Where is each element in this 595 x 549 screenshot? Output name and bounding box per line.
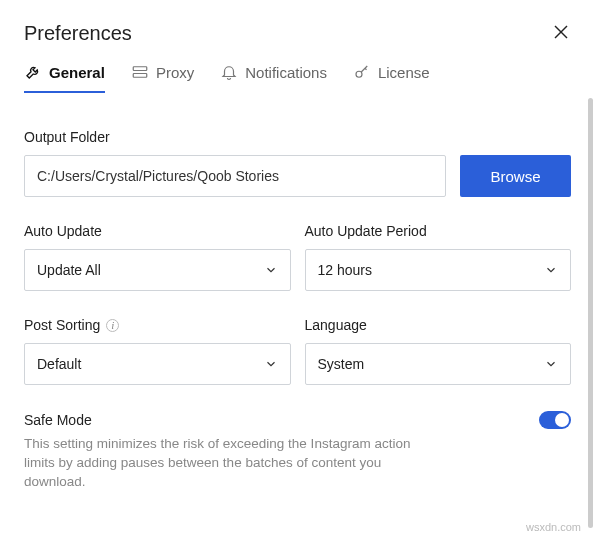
tab-general[interactable]: General [24,63,105,93]
tab-notifications[interactable]: Notifications [220,63,327,93]
proxy-icon [131,63,149,81]
tab-license[interactable]: License [353,63,430,93]
auto-update-label: Auto Update [24,223,291,239]
svg-rect-2 [133,67,147,71]
svg-rect-3 [133,74,147,78]
language-label: Language [305,317,572,333]
auto-update-period-select[interactable]: 12 hours [305,249,572,291]
select-value: 12 hours [318,262,372,278]
output-folder-input[interactable] [24,155,446,197]
select-value: Default [37,356,81,372]
auto-update-select[interactable]: Update All [24,249,291,291]
auto-update-period-label: Auto Update Period [305,223,572,239]
post-sorting-label: Post Sorting i [24,317,291,333]
safe-mode-label: Safe Mode [24,412,92,428]
select-value: System [318,356,365,372]
chevron-down-icon [264,357,278,371]
safe-mode-description: This setting minimizes the risk of excee… [24,435,434,492]
bell-icon [220,63,238,81]
scrollbar[interactable] [588,98,593,528]
select-value: Update All [37,262,101,278]
post-sorting-select[interactable]: Default [24,343,291,385]
chevron-down-icon [544,357,558,371]
toggle-knob [555,413,569,427]
safe-mode-toggle[interactable] [539,411,571,429]
close-button[interactable] [551,25,571,43]
browse-button[interactable]: Browse [460,155,571,197]
tab-label: License [378,64,430,81]
output-folder-label: Output Folder [24,129,571,145]
close-icon [554,25,568,39]
chevron-down-icon [264,263,278,277]
info-icon[interactable]: i [106,319,119,332]
tab-label: Proxy [156,64,194,81]
watermark: wsxdn.com [526,521,581,533]
chevron-down-icon [544,263,558,277]
tab-label: General [49,64,105,81]
svg-point-4 [356,71,362,77]
key-icon [353,63,371,81]
tab-proxy[interactable]: Proxy [131,63,194,93]
wrench-icon [24,63,42,81]
tab-label: Notifications [245,64,327,81]
language-select[interactable]: System [305,343,572,385]
page-title: Preferences [24,22,132,45]
tabs-bar: General Proxy Notifications License [24,63,571,93]
